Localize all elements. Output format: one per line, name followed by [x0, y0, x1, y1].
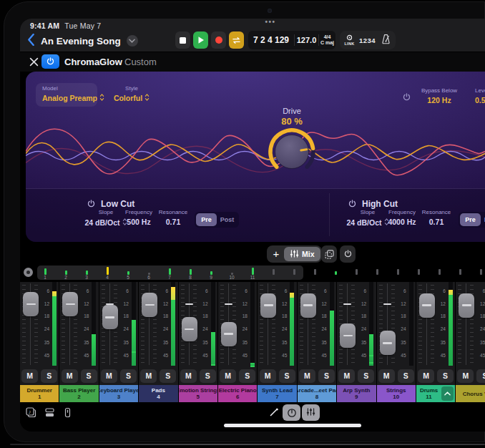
solo-button[interactable]: S	[398, 369, 414, 383]
fader-handle[interactable]	[380, 331, 396, 355]
stop-button[interactable]	[175, 31, 190, 49]
link-button[interactable]: LINK	[344, 34, 354, 46]
record-button[interactable]	[211, 31, 226, 49]
song-menu-button[interactable]	[127, 35, 138, 47]
mute-button[interactable]: M	[101, 369, 117, 383]
count-in-button[interactable]: 1234	[359, 36, 376, 44]
fader-handle[interactable]	[142, 293, 157, 317]
fader-handle[interactable]	[62, 292, 78, 316]
solo-button[interactable]: S	[239, 369, 255, 383]
strip-track[interactable]	[373, 269, 381, 281]
solo-button[interactable]: S	[41, 369, 57, 383]
mute-button[interactable]: M	[299, 369, 315, 383]
track-label[interactable]: Electric Piano6	[218, 385, 257, 402]
fader-handle[interactable]	[221, 322, 237, 346]
strip-track[interactable]	[414, 269, 423, 281]
fader-handle[interactable]	[419, 293, 435, 318]
plugin-power-button[interactable]	[41, 54, 59, 69]
track-label[interactable]: Strings10	[377, 385, 416, 402]
mute-button[interactable]: M	[220, 369, 236, 383]
metronome-button[interactable]	[381, 34, 391, 47]
fader-handle[interactable]	[340, 323, 356, 348]
strip-track[interactable]	[393, 269, 402, 281]
bypass-below-control[interactable]: Bypass Below 120 Hz	[414, 87, 464, 104]
post-button[interactable]: Post	[217, 213, 237, 226]
track-label[interactable]: Keyboard Player3	[99, 385, 138, 402]
pre-button[interactable]: Pre	[196, 213, 217, 226]
solo-button[interactable]: S	[437, 369, 454, 383]
multitask-dots-icon[interactable]: •••	[260, 19, 280, 26]
strip-track[interactable]	[476, 269, 485, 281]
pencil-tool-button[interactable]	[269, 407, 279, 419]
strip-track[interactable]	[435, 269, 444, 281]
duplicate-button[interactable]	[321, 245, 337, 263]
fader-handle[interactable]	[459, 293, 474, 318]
collapse-chevron-button[interactable]	[441, 386, 454, 401]
add-track-button[interactable]: +	[268, 247, 284, 261]
strip-track-9[interactable]: 9	[207, 271, 215, 281]
song-title[interactable]: An Evening Song	[41, 36, 121, 47]
strip-track-11[interactable]: 11	[248, 268, 257, 281]
strip-track-5[interactable]: 5	[124, 271, 132, 281]
solo-button[interactable]: S	[81, 369, 97, 383]
mute-button[interactable]: M	[418, 369, 434, 383]
solo-button[interactable]: S	[318, 369, 335, 383]
fader-handle[interactable]	[102, 305, 118, 329]
mute-button[interactable]: M	[378, 369, 395, 383]
low-cut-resonance[interactable]: Resonance 0.71	[148, 209, 198, 226]
track-label[interactable]: Chorus V	[456, 385, 485, 402]
mute-button[interactable]: M	[21, 369, 38, 383]
home-indicator[interactable]	[224, 424, 361, 427]
strip-track-2[interactable]: 2	[62, 271, 70, 281]
strip-track[interactable]	[352, 269, 361, 281]
plugin-preset[interactable]: Custom	[124, 57, 157, 67]
play-button[interactable]	[193, 31, 208, 49]
controls-view-button[interactable]	[283, 404, 300, 421]
fader-handle[interactable]	[260, 293, 276, 318]
strip-track-8[interactable]: 8	[186, 269, 195, 281]
solo-button[interactable]: S	[160, 369, 176, 383]
plugins-button[interactable]	[62, 407, 73, 420]
strip-track-4[interactable]: 4	[103, 267, 112, 281]
model-selector[interactable]: Model Analog Preamp	[36, 83, 97, 107]
post-button[interactable]: Post	[481, 213, 485, 226]
solo-button[interactable]: S	[120, 369, 137, 383]
track-label[interactable]: Synth Lead7	[258, 385, 296, 402]
browser-button[interactable]	[44, 407, 55, 420]
back-chevron-icon[interactable]	[27, 34, 35, 49]
level-control[interactable]: Level 0.5	[475, 87, 485, 104]
track-label[interactable]: Emotion Strings5	[179, 385, 217, 402]
pre-button[interactable]: Pre	[460, 213, 481, 226]
strip-track[interactable]	[269, 269, 278, 281]
style-selector[interactable]: Style Colorful	[110, 85, 153, 103]
fader-handle[interactable]	[182, 317, 197, 341]
solo-button[interactable]: S	[476, 369, 485, 383]
strip-track-7[interactable]: 7	[165, 268, 174, 281]
mute-button[interactable]: M	[338, 369, 355, 383]
strip-track[interactable]	[290, 269, 298, 281]
track-label[interactable]: Arp Synth9	[337, 385, 376, 402]
mute-button[interactable]: M	[62, 369, 78, 383]
strip-track[interactable]	[331, 271, 340, 281]
mixer-power-button[interactable]	[340, 245, 356, 263]
track-label[interactable]: Arcade...eet Pad8	[298, 385, 336, 402]
mixer-view-button[interactable]	[302, 404, 320, 421]
track-label[interactable]: Drummer1	[20, 385, 59, 402]
strip-track-1[interactable]: 1	[41, 268, 49, 281]
lcd-display[interactable]: 7 2 4 129 127.0 4/4 C maj	[248, 31, 335, 49]
track-overview-strip[interactable]: 1234567891011	[20, 265, 485, 281]
solo-button[interactable]: S	[358, 369, 374, 383]
close-plugin-button[interactable]	[29, 57, 39, 67]
strip-track-10[interactable]: 10	[227, 273, 236, 281]
track-label[interactable]: Drums11	[416, 385, 455, 402]
fader-handle[interactable]	[23, 292, 39, 316]
solo-button[interactable]: S	[279, 369, 295, 383]
fader-handle[interactable]	[300, 293, 316, 318]
mix-button[interactable]: Mix	[284, 247, 320, 261]
strip-track[interactable]	[456, 269, 464, 281]
high-cut-resonance[interactable]: Resonance 0.71	[411, 209, 461, 226]
mute-button[interactable]: M	[457, 369, 474, 383]
master-channel-icon[interactable]	[24, 268, 33, 277]
track-label[interactable]: Bass Player2	[59, 385, 98, 402]
strip-track-3[interactable]: 3	[82, 271, 91, 281]
